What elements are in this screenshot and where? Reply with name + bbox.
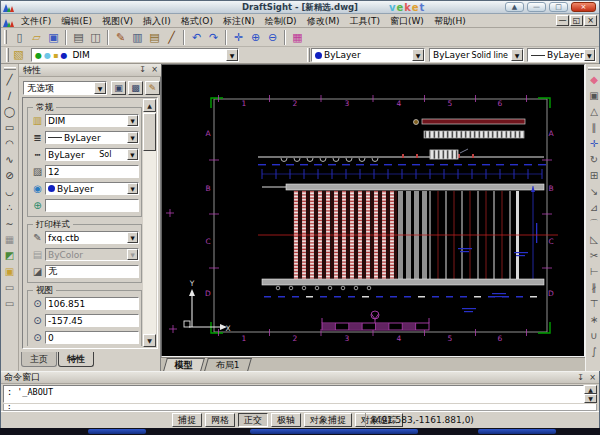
- menu-item-8[interactable]: 工具(T): [344, 14, 385, 28]
- join-icon[interactable]: ⊤: [586, 296, 600, 312]
- move-icon[interactable]: ✛: [586, 136, 600, 152]
- prop-linetype-scale-field[interactable]: 12: [45, 165, 139, 178]
- array-icon[interactable]: ⊞: [586, 168, 600, 184]
- menu-item-0[interactable]: 文件(F): [16, 14, 56, 28]
- menu-item-4[interactable]: 格式(O): [176, 14, 218, 28]
- redo-icon[interactable]: ↷: [205, 30, 222, 45]
- close-icon[interactable]: ×: [149, 64, 160, 76]
- prop-layer-select[interactable]: DIM▼: [45, 114, 139, 127]
- cad-drawing[interactable]: 112233445566AABBCCDDYX: [162, 65, 585, 357]
- maximize-button[interactable]: □: [549, 2, 568, 12]
- ellipse-tool-icon[interactable]: ⊘: [2, 168, 18, 184]
- chamfer-icon[interactable]: ◺: [586, 232, 600, 248]
- mdi-restore-button[interactable]: ◱: [570, 15, 583, 26]
- menu-item-1[interactable]: 编辑(E): [56, 14, 97, 28]
- print-icon[interactable]: ▤: [70, 30, 87, 45]
- prop-view-x-field[interactable]: 106.851: [45, 297, 139, 310]
- hatch-tool-icon[interactable]: ▦: [2, 232, 18, 248]
- menu-item-9[interactable]: 窗口(W): [385, 14, 429, 28]
- prop-view-y-field[interactable]: -157.45: [45, 314, 139, 327]
- circle-tool-icon[interactable]: ◯: [2, 104, 18, 120]
- weld-icon[interactable]: ∪: [586, 328, 600, 344]
- quick-select-icon[interactable]: ▩: [128, 81, 143, 95]
- mdi-minimize-button[interactable]: —: [556, 15, 569, 26]
- rollup-button[interactable]: ▲: [505, 2, 524, 12]
- gradient-tool-icon[interactable]: ◩: [2, 248, 18, 264]
- command-history[interactable]: : '_ABOUT: [3, 385, 584, 403]
- scroll-down-icon[interactable]: ▼: [584, 394, 597, 403]
- explode-icon[interactable]: ∗: [586, 312, 600, 328]
- break-icon[interactable]: ∦: [586, 280, 600, 296]
- image-tool-icon[interactable]: ▣: [2, 264, 18, 280]
- prop-lineweight-select[interactable]: ByLayer▼: [45, 131, 139, 144]
- minimize-button[interactable]: —: [527, 2, 546, 12]
- edit-polyline-icon[interactable]: ∫: [586, 344, 600, 360]
- options-icon[interactable]: ▦: [289, 30, 306, 45]
- stretch-icon[interactable]: ↘: [586, 184, 600, 200]
- spline-tool-icon[interactable]: ∼: [2, 216, 18, 232]
- trim-icon[interactable]: ✂: [586, 248, 600, 264]
- property-painter-icon[interactable]: ✎: [145, 81, 160, 95]
- rectangle-tool-icon[interactable]: ▭: [2, 120, 18, 136]
- print-preview-icon[interactable]: ◫: [87, 30, 104, 45]
- tab-layout1[interactable]: 布局1: [204, 358, 251, 371]
- menu-item-5[interactable]: 标注(N): [218, 14, 260, 28]
- ortho-toggle[interactable]: 正交: [238, 413, 268, 427]
- lineweight-select[interactable]: ByLayer ▼: [527, 48, 596, 62]
- scroll-up-icon[interactable]: ▲: [143, 99, 156, 112]
- chevron-down-icon[interactable]: ▼: [127, 232, 138, 243]
- drawing-canvas[interactable]: 112233445566AABBCCDDYX: [161, 64, 585, 357]
- pan-icon[interactable]: ✛: [230, 30, 247, 45]
- command-input[interactable]: :: [3, 404, 597, 411]
- polyline-tool-icon[interactable]: ∿: [2, 152, 18, 168]
- panel-tab-properties[interactable]: 特性: [58, 352, 94, 367]
- prop-color-select[interactable]: ByLayer▼: [45, 182, 139, 195]
- chevron-down-icon[interactable]: ▼: [94, 82, 106, 94]
- chevron-down-icon[interactable]: ▼: [412, 49, 424, 61]
- region-tool-icon[interactable]: ▭: [2, 280, 18, 296]
- toolbar-grip[interactable]: [588, 67, 600, 70]
- save-icon[interactable]: ▣: [45, 30, 62, 45]
- scale-icon[interactable]: ⊿: [586, 200, 600, 216]
- point-tool-icon[interactable]: ∴: [2, 200, 18, 216]
- selection-select[interactable]: 无选项 ▼: [23, 81, 107, 95]
- pin-icon[interactable]: ↧: [137, 64, 148, 76]
- mdi-close-button[interactable]: ×: [584, 15, 597, 26]
- prop-print-style-select[interactable]: fxq.ctb▼: [45, 231, 139, 244]
- copy-entity-icon[interactable]: ▣: [586, 88, 600, 104]
- format-painter-icon[interactable]: ✎: [112, 30, 129, 45]
- prop-print-table-field[interactable]: 无: [45, 265, 139, 278]
- polar-toggle[interactable]: 极轴: [271, 413, 301, 427]
- menu-item-2[interactable]: 视图(V): [97, 14, 138, 28]
- chevron-down-icon[interactable]: ▼: [127, 149, 138, 160]
- rotate-icon[interactable]: ↻: [586, 152, 600, 168]
- scroll-down-icon[interactable]: ▼: [143, 334, 156, 347]
- chevron-down-icon[interactable]: ▼: [127, 132, 138, 143]
- prop-linestyle-select[interactable]: ByLayerSol▼: [45, 148, 139, 161]
- chevron-down-icon[interactable]: ▼: [584, 49, 595, 61]
- new-icon[interactable]: ▯: [11, 30, 28, 45]
- offset-icon[interactable]: ∥: [586, 120, 600, 136]
- chevron-down-icon[interactable]: ▼: [127, 115, 138, 126]
- properties-scrollbar[interactable]: ▲ ▼: [143, 99, 156, 347]
- command-scrollbar[interactable]: ▲ ▼: [584, 385, 597, 403]
- toolbar-grip[interactable]: [4, 30, 7, 44]
- chevron-down-icon[interactable]: ▼: [226, 49, 238, 61]
- undo-icon[interactable]: ↶: [188, 30, 205, 45]
- snap-toggle[interactable]: 捕捉: [172, 413, 202, 427]
- layer-select[interactable]: ●●▪● DIM ▼: [31, 48, 239, 62]
- fillet-icon[interactable]: ⌒: [586, 216, 600, 232]
- layer-manager-icon[interactable]: ▧: [10, 47, 27, 62]
- copy-icon[interactable]: ▥: [129, 30, 146, 45]
- select-entities-icon[interactable]: ▣: [111, 81, 126, 95]
- prop-hyperlink-field[interactable]: [45, 199, 139, 212]
- scroll-up-icon[interactable]: ▲: [584, 385, 597, 394]
- construction-line-icon[interactable]: ∕: [2, 88, 18, 104]
- menu-item-10[interactable]: 帮助(H): [429, 14, 471, 28]
- toolbar-grip[interactable]: [307, 48, 310, 62]
- zoom-in-icon[interactable]: ⊕: [247, 30, 264, 45]
- pin-icon[interactable]: ↧: [575, 372, 586, 383]
- zoom-out-icon[interactable]: ⊖: [264, 30, 281, 45]
- grid-toggle[interactable]: 网格: [205, 413, 235, 427]
- close-button[interactable]: ×: [571, 2, 596, 12]
